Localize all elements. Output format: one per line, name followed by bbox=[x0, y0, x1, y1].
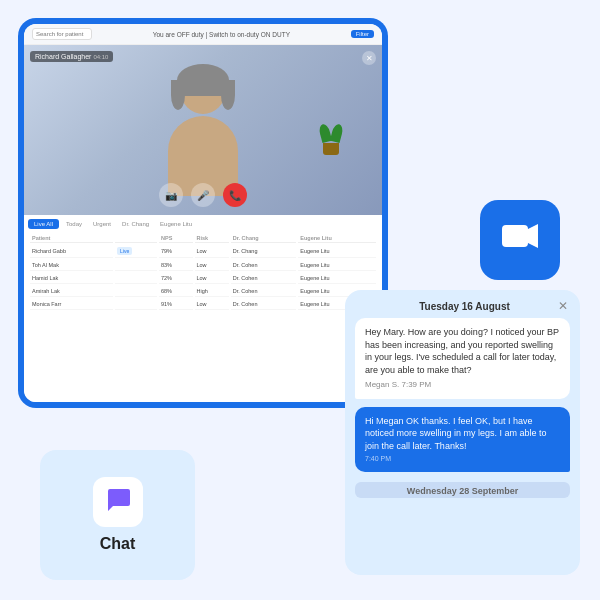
tab-urgent[interactable]: Urgent bbox=[89, 219, 115, 229]
message-text: Hey Mary. How are you doing? I noticed y… bbox=[365, 327, 559, 375]
cell-indicator bbox=[115, 299, 157, 310]
plant-pot bbox=[323, 143, 339, 155]
cell-indicator bbox=[115, 260, 157, 271]
cell-name: Toh Al Mak bbox=[30, 260, 113, 271]
cell-doctor: Dr. Cohen bbox=[231, 273, 297, 284]
chat-bubble-icon bbox=[104, 485, 132, 519]
cell-name: Richard Gabb bbox=[30, 245, 113, 258]
plant-leaves bbox=[320, 124, 342, 142]
cell-doctor: Dr. Cohen bbox=[231, 286, 297, 297]
table-row: Amirah Lak 68% High Dr. Cohen Eugene Lit… bbox=[30, 286, 376, 297]
col-risk: Risk bbox=[195, 234, 229, 243]
date-divider-2: Wednesday 28 September bbox=[355, 482, 570, 498]
call-timer: 04:10 bbox=[93, 54, 108, 60]
video-name-tag: Richard Gallagher 04:10 bbox=[30, 51, 113, 62]
filter-button[interactable]: Filter bbox=[351, 30, 374, 38]
camera-toggle-button[interactable]: 📷 bbox=[159, 183, 183, 207]
person-head bbox=[181, 70, 225, 114]
cell-doctor: Dr. Chang bbox=[231, 245, 297, 258]
message-incoming-1: Hey Mary. How are you doing? I noticed y… bbox=[355, 318, 570, 399]
main-card: You are OFF duty | Switch to on-duty ON … bbox=[18, 18, 388, 408]
cell-doctor: Dr. Cohen bbox=[231, 299, 297, 310]
video-camera-icon bbox=[500, 216, 540, 264]
conversation-header: Tuesday 16 August ✕ bbox=[345, 290, 580, 318]
cell-risk: Low bbox=[195, 245, 229, 258]
tab-dr-chang[interactable]: Dr. Chang bbox=[118, 219, 153, 229]
table-row: Richard Gabb Live 79% Low Dr. Chang Euge… bbox=[30, 245, 376, 258]
cell-nurse: Eugene Litu bbox=[298, 260, 376, 271]
mic-toggle-button[interactable]: 🎤 bbox=[191, 183, 215, 207]
cell-nps: 91% bbox=[159, 299, 193, 310]
table-head: Patient NPS Risk Dr. Chang Eugene Litu bbox=[30, 234, 376, 243]
person-hair-right bbox=[221, 80, 235, 110]
table-row: Monica Farr 91% Low Dr. Cohen Eugene Lit… bbox=[30, 299, 376, 310]
table-row: Toh Al Mak 83% Low Dr. Cohen Eugene Litu bbox=[30, 260, 376, 271]
conversation-close-button[interactable]: ✕ bbox=[558, 300, 568, 312]
table-header-row: Patient NPS Risk Dr. Chang Eugene Litu bbox=[30, 234, 376, 243]
end-call-button[interactable]: 📞 bbox=[223, 183, 247, 207]
col-status bbox=[115, 234, 157, 243]
status-text: You are OFF duty | Switch to on-duty ON … bbox=[153, 31, 290, 38]
patient-name: Richard Gallagher bbox=[35, 53, 91, 60]
patient-table: Patient NPS Risk Dr. Chang Eugene Litu R… bbox=[28, 232, 378, 312]
table-area: Live All Today Urgent Dr. Chang Eugene L… bbox=[24, 215, 382, 402]
message-text: Hi Megan OK thanks. I feel OK, but I hav… bbox=[365, 416, 547, 451]
col-nurse: Eugene Litu bbox=[298, 234, 376, 243]
cell-nurse: Eugene Litu bbox=[298, 273, 376, 284]
tab-eugene[interactable]: Eugene Litu bbox=[156, 219, 196, 229]
video-icon-card[interactable] bbox=[480, 200, 560, 280]
conversation-date: Tuesday 16 August bbox=[371, 301, 558, 312]
message-outgoing-1: Hi Megan OK thanks. I feel OK, but I hav… bbox=[355, 407, 570, 473]
col-doctor: Dr. Chang bbox=[231, 234, 297, 243]
top-bar: You are OFF duty | Switch to on-duty ON … bbox=[24, 24, 382, 45]
cell-nps: 83% bbox=[159, 260, 193, 271]
status-badge: Live bbox=[117, 247, 132, 255]
col-nps: NPS bbox=[159, 234, 193, 243]
table-tabs: Live All Today Urgent Dr. Chang Eugene L… bbox=[28, 219, 378, 229]
tab-live-all[interactable]: Live All bbox=[28, 219, 59, 229]
video-controls: 📷 🎤 📞 bbox=[159, 183, 247, 207]
message-sender: Megan S. 7:39 PM bbox=[365, 379, 560, 390]
video-close-button[interactable]: ✕ bbox=[362, 51, 376, 65]
cell-nurse: Eugene Litu bbox=[298, 245, 376, 258]
chat-label: Chat bbox=[100, 535, 136, 553]
plant-decoration bbox=[320, 124, 342, 155]
message-time: 7:40 PM bbox=[365, 454, 560, 464]
cell-name: Amirah Lak bbox=[30, 286, 113, 297]
cell-risk: Low bbox=[195, 299, 229, 310]
tab-today[interactable]: Today bbox=[62, 219, 86, 229]
cell-name: Hamid Lak bbox=[30, 273, 113, 284]
search-input[interactable] bbox=[32, 28, 92, 40]
leaf-right bbox=[330, 123, 344, 143]
person-hair-left bbox=[171, 80, 185, 110]
cell-indicator: Live bbox=[115, 245, 157, 258]
chat-card[interactable]: Chat bbox=[40, 450, 195, 580]
cell-nps: 68% bbox=[159, 286, 193, 297]
chat-conversation-card: Tuesday 16 August ✕ Hey Mary. How are yo… bbox=[345, 290, 580, 575]
table-row: Hamid Lak 72% Low Dr. Cohen Eugene Litu bbox=[30, 273, 376, 284]
col-patient: Patient bbox=[30, 234, 113, 243]
video-area: Richard Gallagher 04:10 ✕ 📷 🎤 📞 bbox=[24, 45, 382, 215]
cell-risk: Low bbox=[195, 260, 229, 271]
cell-nps: 79% bbox=[159, 245, 193, 258]
cell-nps: 72% bbox=[159, 273, 193, 284]
cell-risk: High bbox=[195, 286, 229, 297]
cell-doctor: Dr. Cohen bbox=[231, 260, 297, 271]
svg-rect-0 bbox=[502, 225, 528, 247]
cell-indicator bbox=[115, 273, 157, 284]
inner-card: You are OFF duty | Switch to on-duty ON … bbox=[24, 24, 382, 402]
cell-indicator bbox=[115, 286, 157, 297]
chat-icon-container bbox=[93, 477, 143, 527]
svg-marker-1 bbox=[528, 224, 538, 248]
table-body: Richard Gabb Live 79% Low Dr. Chang Euge… bbox=[30, 245, 376, 310]
cell-risk: Low bbox=[195, 273, 229, 284]
cell-name: Monica Farr bbox=[30, 299, 113, 310]
conversation-body: Hey Mary. How are you doing? I noticed y… bbox=[345, 318, 580, 575]
top-bar-actions: Filter bbox=[351, 30, 374, 38]
